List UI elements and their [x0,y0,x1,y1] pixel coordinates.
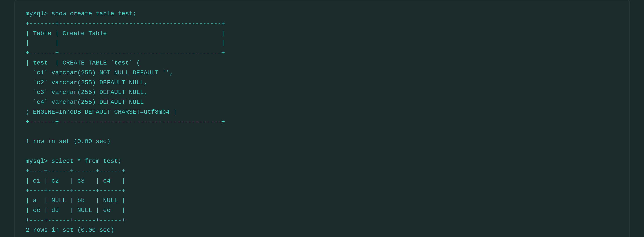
select-header: | c1 | c2 | c3 | c4 | [26,176,618,186]
separator-6: +----+------+------+------+ [26,186,618,196]
result-1: 1 row in set (0.00 sec) [26,137,618,147]
select-row-2: | cc | dd | NULL | ee | [26,206,618,216]
command-line-1: mysql> show create table test; [26,9,618,19]
data-row-2: `c1` varchar(255) NOT NULL DEFAULT '', [26,68,618,78]
blank-line-1 [26,127,618,137]
data-row-3: `c2` varchar(255) DEFAULT NULL, [26,78,618,88]
separator-4: +-------+-------------------------------… [26,117,618,127]
result-2: 2 rows in set (0.00 sec) [26,225,618,235]
command-line-2: mysql> select * from test; [26,157,618,166]
separator-2: | | | [26,38,618,48]
select-row-1: | a | NULL | bb | NULL | [26,196,618,206]
data-row-6: ) ENGINE=InnoDB DEFAULT CHARSET=utf8mb4 … [26,107,618,117]
blank-line-2 [26,147,618,157]
separator-7: +----+------+------+------+ [26,216,618,225]
separator-5: +----+------+------+------+ [26,166,618,176]
separator-1: +-------+-------------------------------… [26,19,618,29]
terminal-window: mysql> show create table test; +-------+… [14,0,630,237]
data-row-1: | test | CREATE TABLE `test` ( [26,58,618,68]
data-row-5: `c4` varchar(255) DEFAULT NULL [26,97,618,107]
separator-3: +-------+-------------------------------… [26,48,618,58]
data-row-4: `c3` varchar(255) DEFAULT NULL, [26,88,618,97]
header-row: | Table | Create Table | [26,29,618,39]
